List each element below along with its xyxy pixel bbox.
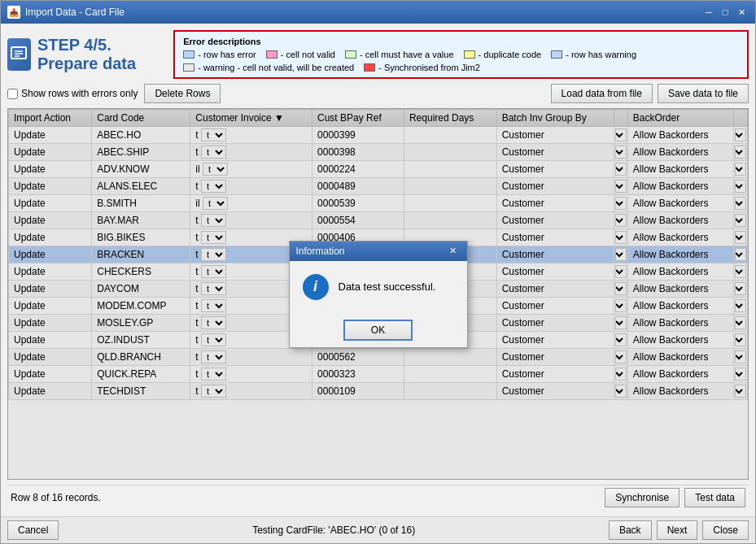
legend-color-cell-not-valid [266, 50, 277, 59]
svg-rect-0 [11, 47, 26, 59]
error-legend: - row has error - cell not valid - cell … [183, 50, 739, 72]
main-content: STEP 4/5. Prepare data Error description… [1, 24, 755, 516]
modal-close-button[interactable]: ✕ [446, 245, 461, 258]
legend-color-warning-cell-not-valid [183, 63, 194, 72]
title-bar-controls: ─ □ ✕ [701, 6, 749, 19]
modal-footer: OK [290, 313, 467, 347]
modal-message: Data test successful. [339, 281, 436, 293]
modal-title: Information [296, 246, 345, 257]
legend-label-cell-must-have-value: - cell must have a value [360, 50, 454, 59]
legend-warning-cell-not-valid: - warning - cell not valid, will be crea… [183, 63, 354, 72]
legend-cell-must-have-value: - cell must have a value [345, 50, 454, 59]
window-title: Import Data - Card File [25, 7, 125, 18]
title-bar-left: 📥 Import Data - Card File [7, 6, 125, 19]
delete-rows-button[interactable]: Delete Rows [144, 84, 221, 103]
save-data-button[interactable]: Save data to file [658, 84, 749, 103]
back-button[interactable]: Back [609, 520, 652, 540]
toolbar: Show rows with errors only Delete Rows L… [7, 84, 749, 103]
legend-label-warning-cell-not-valid: - warning - cell not valid, will be crea… [198, 63, 354, 72]
legend-row-error: - row has error [183, 50, 256, 59]
bottom-bar: Cancel Testing CardFile: 'ABEC.HO' (0 of… [1, 516, 755, 543]
status-buttons: Synchronise Test data [605, 488, 745, 507]
title-bar: 📥 Import Data - Card File ─ □ ✕ [1, 1, 755, 24]
close-button[interactable]: Close [702, 520, 749, 540]
legend-color-row-warning [551, 50, 562, 59]
cancel-button[interactable]: Cancel [7, 520, 59, 540]
window-icon: 📥 [7, 6, 20, 19]
close-window-button[interactable]: ✕ [734, 6, 749, 19]
synchronise-button[interactable]: Synchronise [605, 488, 680, 507]
modal-title-bar: Information ✕ [290, 242, 467, 261]
show-errors-checkbox[interactable] [7, 89, 18, 99]
toolbar-right: Load data from file Save data to file [551, 84, 749, 103]
record-info: Row 8 of 16 records. [11, 492, 101, 503]
legend-cell-not-valid: - cell not valid [266, 50, 335, 59]
data-table-container: Import Action Card Code Customer Invoice… [7, 108, 749, 480]
load-data-button[interactable]: Load data from file [551, 84, 653, 103]
legend-label-duplicate-code: - duplicate code [479, 50, 542, 59]
header-row: STEP 4/5. Prepare data Error description… [7, 30, 749, 79]
next-button[interactable]: Next [657, 520, 698, 540]
information-dialog: Information ✕ i Data test successful. OK [289, 241, 468, 348]
step-icon [7, 38, 31, 71]
legend-label-row-error: - row has error [198, 50, 256, 59]
legend-color-cell-must-have-value [345, 50, 356, 59]
maximize-button[interactable]: □ [718, 6, 732, 19]
info-icon: i [303, 274, 329, 300]
error-descriptions-box: Error descriptions - row has error - cel… [173, 30, 749, 79]
bottom-bar-right: Back Next Close [609, 520, 749, 540]
main-window: 📥 Import Data - Card File ─ □ ✕ [0, 0, 756, 544]
test-data-button[interactable]: Test data [684, 488, 745, 507]
legend-label-synchronised: - Synchronised from Jim2 [378, 63, 480, 72]
legend-color-duplicate-code [464, 50, 475, 59]
minimize-button[interactable]: ─ [701, 6, 716, 19]
legend-color-row-error [183, 50, 194, 59]
testing-status: Testing CardFile: 'ABEC.HO' (0 of 16) [65, 524, 602, 536]
step-header: STEP 4/5. Prepare data [7, 36, 165, 73]
modal-ok-button[interactable]: OK [343, 320, 413, 341]
legend-synchronised: - Synchronised from Jim2 [364, 63, 480, 72]
error-desc-title: Error descriptions [183, 37, 739, 46]
modal-overlay: Information ✕ i Data test successful. OK [8, 109, 748, 479]
legend-color-synchronised [364, 63, 375, 72]
legend-label-cell-not-valid: - cell not valid [281, 50, 335, 59]
legend-label-row-warning: - row has warning [566, 50, 636, 59]
status-bar: Row 8 of 16 records. Synchronise Test da… [7, 485, 749, 510]
legend-duplicate-code: - duplicate code [464, 50, 542, 59]
step-title: STEP 4/5. Prepare data [37, 36, 165, 73]
legend-row-warning: - row has warning [551, 50, 636, 59]
show-errors-label[interactable]: Show rows with errors only [7, 88, 138, 99]
modal-body: i Data test successful. [290, 261, 467, 313]
show-errors-text: Show rows with errors only [21, 88, 138, 99]
